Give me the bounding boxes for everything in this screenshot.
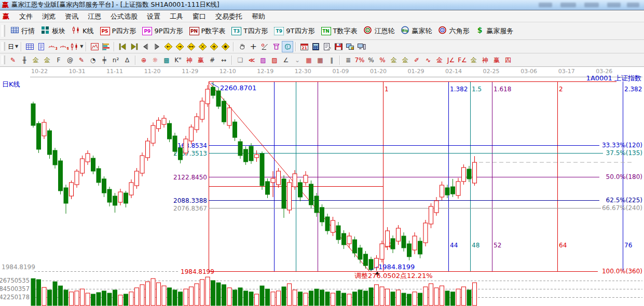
save-button[interactable] — [333, 41, 344, 52]
notes-button[interactable] — [321, 41, 333, 52]
gold-lines-icon[interactable]: 金 — [400, 54, 411, 66]
k-quote-icon[interactable]: K" — [172, 54, 184, 66]
p9-square-button[interactable]: P99P四方形 — [139, 25, 186, 37]
first-bar-button[interactable] — [117, 41, 128, 52]
prev-bar-button[interactable] — [140, 41, 151, 52]
last-bar-button[interactable] — [128, 41, 140, 52]
sectors-button[interactable]: 板块 — [38, 24, 68, 37]
count-grid-icon[interactable]: # — [207, 54, 218, 66]
span-arrow-icon[interactable]: ↔ — [218, 54, 229, 66]
menu-item-4[interactable]: 江恩 — [83, 11, 106, 22]
wave-channel-icon[interactable]: ∿ — [422, 54, 434, 66]
volume-layer[interactable]: 1267505358450035742250178 — [0, 277, 642, 305]
flag-pencil-icon[interactable]: ✐ — [411, 54, 422, 66]
toolbar-grip[interactable] — [2, 55, 5, 65]
red-grid2-icon[interactable]: ▦ — [314, 54, 326, 66]
workstation-button[interactable] — [355, 41, 367, 52]
winner-service-button[interactable]: $赢家服务 — [472, 24, 516, 37]
shen-grid-icon[interactable]: 神 — [184, 54, 195, 66]
menu-item-2[interactable]: 浏览 — [37, 11, 60, 22]
gann-wheel-button[interactable]: 江恩轮 — [360, 24, 398, 37]
hexagon-button[interactable]: 六角形 — [435, 24, 472, 37]
menu-item-10[interactable]: 帮助 — [247, 11, 270, 22]
star-grid-icon[interactable]: ▩ — [161, 54, 172, 66]
shen-angle-icon[interactable]: 神 — [479, 54, 491, 66]
windows-button[interactable] — [344, 41, 355, 52]
p-number-button[interactable]: PNP数字表 — [186, 25, 229, 37]
crosshair-circle-icon[interactable]: ⊕ — [138, 54, 149, 66]
zoom-right-icon[interactable] — [174, 41, 185, 52]
menu-item-6[interactable]: 设置 — [142, 11, 165, 22]
chart-canvas[interactable]: 10-2210-3111-1111-2011-2912-1012-1912-30… — [0, 67, 644, 306]
window-box-icon[interactable]: ❏ — [235, 54, 246, 66]
grid-comb-icon[interactable]: ╫ — [19, 54, 30, 66]
zoom-x-icon[interactable] — [197, 41, 208, 52]
menu-item-8[interactable]: 窗口 — [188, 11, 211, 22]
menu-item-3[interactable]: 资讯 — [60, 11, 83, 22]
menu-item-1[interactable]: 文件 — [15, 11, 37, 22]
quotes-button[interactable]: 行情 — [7, 24, 38, 37]
wave9-icon[interactable]: 9 — [58, 41, 70, 52]
shape-tool-magenta[interactable] — [270, 41, 282, 52]
zigzag-net-icon[interactable] — [24, 41, 35, 52]
spiral-icon[interactable]: @ — [64, 54, 76, 66]
gold-underline-icon[interactable]: 金 — [434, 54, 445, 66]
scale-bars-icon[interactable]: ≣ — [342, 54, 354, 66]
comb2-icon[interactable]: ╪ — [99, 54, 110, 66]
rays-box-red-icon[interactable]: ▨ — [269, 54, 280, 66]
gold-grid2-icon[interactable]: 金 — [42, 54, 53, 66]
n-square-icon[interactable]: n² — [110, 54, 121, 66]
profile-histogram-icon[interactable] — [100, 41, 112, 52]
menu-item-7[interactable]: 工具 — [165, 11, 188, 22]
red-grid-icon[interactable]: ▦ — [303, 54, 314, 66]
wave3-icon[interactable]: 3 — [47, 41, 58, 52]
menu-item-5[interactable]: 公式选股 — [106, 11, 142, 22]
j-angle-icon[interactable]: J∠ — [445, 54, 457, 66]
calendar-button[interactable]: 21 — [298, 41, 310, 52]
calculator-button[interactable] — [310, 41, 321, 52]
zoom-plus-icon[interactable] — [208, 41, 220, 52]
hand-tool[interactable] — [236, 41, 248, 52]
zoom-left-icon[interactable] — [162, 41, 174, 52]
pattern-box-icon[interactable] — [89, 41, 100, 52]
crosshair-tool[interactable]: + — [248, 41, 259, 52]
title-bar[interactable]: 赢 赢家江恩专业版[赢家内部服务平台] - [上证指数 SH1A0001-111… — [0, 0, 644, 10]
star-burst-icon[interactable]: ☼ — [149, 54, 161, 66]
f-grid-icon[interactable]: F — [53, 54, 64, 66]
winner-wheel-button[interactable]: Big赢家轮 — [398, 24, 435, 37]
t9-square-button[interactable]: T99T四方形 — [271, 25, 318, 37]
ying-angle-icon[interactable]: 赢 — [491, 54, 502, 66]
angle-tool[interactable] — [259, 41, 270, 52]
candle-style-combo[interactable]: ▼ — [70, 41, 84, 52]
menu-item-9[interactable]: 交易委托 — [211, 11, 247, 22]
zoom-h-icon[interactable] — [185, 41, 197, 52]
f-angle-icon[interactable]: F∠ — [457, 54, 468, 66]
gold-circle-icon[interactable]: 金 — [388, 54, 400, 66]
period-daily-combo[interactable]: 日▼ — [7, 41, 19, 52]
cycle-clock-icon[interactable]: ◔ — [87, 54, 99, 66]
v-dots-icon[interactable]: ⌄ — [292, 54, 303, 66]
next-bar-button[interactable] — [151, 41, 162, 52]
brush-icon[interactable]: ✎ — [7, 54, 19, 66]
fan-lines-icon[interactable]: ∠ — [280, 54, 292, 66]
ying-grid-icon[interactable]: 赢 — [195, 54, 207, 66]
info-doc-icon[interactable] — [35, 41, 47, 52]
gann-shape-tool[interactable] — [282, 41, 293, 52]
toolbar-grip[interactable] — [2, 42, 5, 51]
kline-button[interactable]: K线 — [68, 24, 97, 37]
percent-lines-icon[interactable]: % — [377, 54, 388, 66]
t-number-button[interactable]: TNT数字表 — [318, 25, 361, 37]
gold-grid-icon[interactable]: 金 — [30, 54, 42, 66]
parallel-lines-icon[interactable]: ∥ — [326, 54, 337, 66]
seven-pct-icon[interactable]: 7% — [354, 54, 365, 66]
pencil-icon[interactable]: ✎ — [76, 54, 87, 66]
rays-icon[interactable]: ≪ — [246, 54, 257, 66]
p-square-button[interactable]: PSP四方形 — [97, 25, 140, 37]
t-square-button[interactable]: T3T四方形 — [228, 25, 271, 37]
rays-box-magenta-icon[interactable]: ▨ — [257, 54, 269, 66]
chart-area[interactable]: 10-2210-3111-1111-2011-2912-1012-1912-30… — [0, 67, 644, 306]
gold-angle-icon[interactable]: 金 — [468, 54, 479, 66]
angle-a-icon[interactable]: ∆ — [121, 54, 133, 66]
toolbar-grip[interactable] — [2, 25, 5, 37]
si-angle-icon[interactable]: 四 — [502, 54, 514, 66]
